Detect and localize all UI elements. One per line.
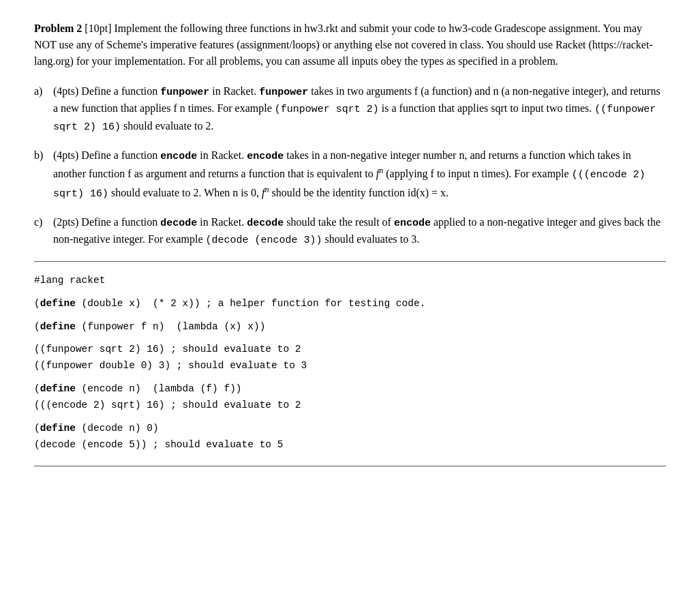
divider-top [34,261,666,262]
encode-ref-c: encode [394,218,431,229]
decode-ref-1: decode [160,218,197,229]
part-c-label: c) [34,214,53,249]
code-gap-2 [34,312,666,319]
part-b: b) (4pts) Define a function encode in Ra… [34,147,666,202]
part-a: a) (4pts) Define a function funpower in … [34,83,666,135]
problem-header: Problem 2 [34,23,82,34]
fn-notation: fn [376,168,383,179]
code-line-funpower-test1: ((funpower sqrt 2) 16) ; should evaluate… [34,342,666,358]
part-a-content: (4pts) Define a function funpower in Rac… [53,83,666,135]
code-gap-5 [34,414,666,421]
decode-example-1: (decode (encode 3)) [205,235,322,246]
problem-points: [10pt] [85,23,111,34]
code-line-decode-test1: (decode (encode 5)) ; should evaluate to… [34,437,666,453]
code-line-lang: #lang racket [34,273,666,289]
problem-parts: a) (4pts) Define a function funpower in … [34,83,666,249]
code-line-double: (define (double x) (* 2 x)) ; a helper f… [34,296,666,312]
code-line-decode-def: (define (decode n) 0) [34,421,666,437]
code-gap-1 [34,289,666,296]
code-block: #lang racket (define (double x) (* 2 x))… [34,273,666,453]
divider-bottom [34,466,666,466]
part-c-content: (2pts) Define a function decode in Racke… [53,214,666,249]
part-a-label: a) [34,83,53,135]
part-b-content: (4pts) Define a function encode in Racke… [53,147,666,202]
code-line-funpower-test2: ((funpower double 0) 3) ; should evaluat… [34,358,666,374]
decode-ref-2: decode [247,218,284,229]
problem-intro: Implement the following three functions … [34,23,653,67]
code-gap-3 [34,335,666,342]
part-c: c) (2pts) Define a function decode in Ra… [34,214,666,249]
encode-ref-1: encode [160,151,197,162]
encode-example-1: (((encode 2) sqrt) 16) [53,169,645,200]
funpower-example-1: (funpower sqrt 2) [275,104,379,115]
code-line-encode-test1: (((encode 2) sqrt) 16) ; should evaluate… [34,398,666,414]
problem-statement: Problem 2 [10pt] Implement the following… [34,20,666,70]
funpower-ref-1: funpower [160,87,209,98]
encode-ref-2: encode [247,151,284,162]
fn-notation-2: fn [262,187,269,198]
code-line-funpower-def: (define (funpower f n) (lambda (x) x)) [34,319,666,335]
part-b-label: b) [34,147,53,202]
code-line-encode-def: (define (encode n) (lambda (f) f)) [34,381,666,398]
code-gap-4 [34,374,666,381]
funpower-ref-2: funpower [259,87,308,98]
